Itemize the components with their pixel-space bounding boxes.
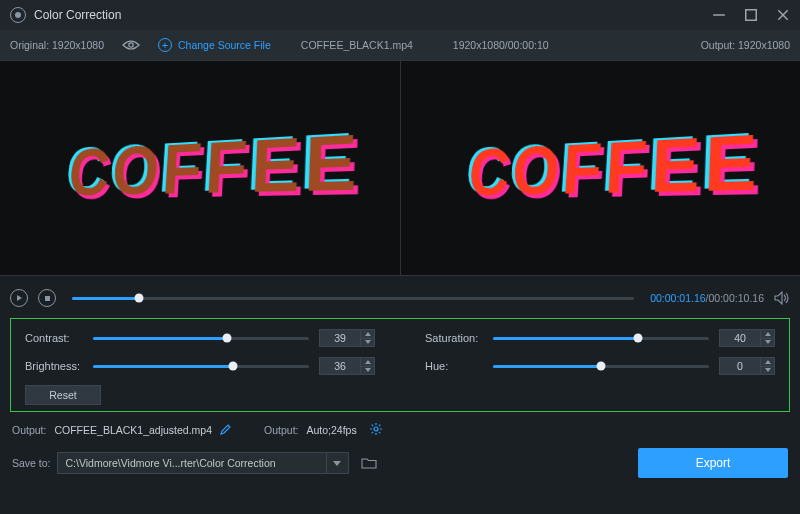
original-dimensions: Original: 1920x1080 <box>10 39 104 51</box>
hue-value-field[interactable] <box>719 357 761 375</box>
preview-eye-icon[interactable] <box>122 39 140 51</box>
slider-thumb[interactable] <box>222 334 231 343</box>
hue-slider[interactable] <box>493 365 709 368</box>
saturation-slider[interactable] <box>493 337 709 340</box>
brightness-value-field[interactable] <box>319 357 361 375</box>
color-controls-panel: Contrast: Saturation: Brightness: <box>10 318 790 412</box>
preview-original: COFFEE COFFEE COFFEE <box>0 61 400 275</box>
hue-step-up[interactable] <box>761 357 775 366</box>
infobar: Original: 1920x1080 + Change Source File… <box>0 30 800 60</box>
output-dimensions: Output: 1920x1080 <box>701 39 790 51</box>
hue-label: Hue: <box>425 360 483 372</box>
app-logo-icon <box>10 7 26 23</box>
slider-thumb[interactable] <box>633 334 642 343</box>
seek-fill <box>72 297 139 300</box>
output-filename: COFFEE_BLACK1_adjusted.mp4 <box>54 424 212 436</box>
stop-button[interactable] <box>38 289 56 307</box>
source-filename: COFFEE_BLACK1.mp4 <box>301 39 413 51</box>
seek-slider[interactable] <box>72 297 634 300</box>
play-icon <box>17 295 22 301</box>
contrast-step-up[interactable] <box>361 329 375 338</box>
save-path-text: C:\Vidmore\Vidmore Vi...rter\Color Corre… <box>66 457 276 469</box>
brightness-step-down[interactable] <box>361 366 375 376</box>
output-label-2: Output: <box>264 424 298 436</box>
save-row: Save to: C:\Vidmore\Vidmore Vi...rter\Co… <box>12 448 788 478</box>
svg-point-5 <box>374 427 378 431</box>
saturation-input[interactable] <box>719 329 775 347</box>
brightness-input[interactable] <box>319 357 375 375</box>
hue-step-down[interactable] <box>761 366 775 376</box>
edit-filename-icon[interactable] <box>220 423 232 437</box>
volume-icon[interactable] <box>774 291 790 305</box>
slider-fill <box>93 337 227 340</box>
time-display: 00:00:01.16/00:00:10.16 <box>650 292 764 304</box>
save-to-label: Save to: <box>12 457 51 469</box>
time-total: /00:00:10.16 <box>706 292 764 304</box>
minimize-button[interactable] <box>712 8 726 22</box>
change-source-button[interactable]: + Change Source File <box>158 38 271 52</box>
open-folder-button[interactable] <box>355 452 383 474</box>
contrast-step-down[interactable] <box>361 338 375 348</box>
playbar: 00:00:01.16/00:00:10.16 <box>0 284 800 312</box>
output-settings-gear-icon[interactable] <box>369 422 383 438</box>
output-label-1: Output: <box>12 424 46 436</box>
slider-thumb[interactable] <box>229 362 238 371</box>
saturation-label: Saturation: <box>425 332 483 344</box>
stop-icon <box>45 296 50 301</box>
output-settings-text: Auto;24fps <box>306 424 356 436</box>
slider-fill <box>93 365 233 368</box>
window-title: Color Correction <box>34 8 121 22</box>
reset-button[interactable]: Reset <box>25 385 101 405</box>
time-current: 00:00:01.16 <box>650 292 705 304</box>
save-path-field[interactable]: C:\Vidmore\Vidmore Vi...rter\Color Corre… <box>57 452 327 474</box>
contrast-label: Contrast: <box>25 332 83 344</box>
svg-point-4 <box>129 43 133 47</box>
preview-area: COFFEE COFFEE COFFEE COFFEE COFFEE COFFE… <box>0 60 800 276</box>
contrast-control: Contrast: <box>25 329 375 347</box>
export-button[interactable]: Export <box>638 448 788 478</box>
saturation-step-up[interactable] <box>761 329 775 338</box>
contrast-slider[interactable] <box>93 337 309 340</box>
slider-fill <box>493 365 601 368</box>
source-dimensions-time: 1920x1080/00:00:10 <box>453 39 549 51</box>
output-row: Output: COFFEE_BLACK1_adjusted.mp4 Outpu… <box>12 422 788 438</box>
saturation-step-down[interactable] <box>761 338 775 348</box>
brightness-label: Brightness: <box>25 360 83 372</box>
plus-icon: + <box>158 38 172 52</box>
brightness-control: Brightness: <box>25 357 375 375</box>
play-button[interactable] <box>10 289 28 307</box>
close-button[interactable] <box>776 8 790 22</box>
seek-thumb[interactable] <box>135 294 144 303</box>
brightness-slider[interactable] <box>93 365 309 368</box>
hue-control: Hue: <box>425 357 775 375</box>
titlebar: Color Correction <box>0 0 800 30</box>
slider-fill <box>493 337 638 340</box>
preview-adjusted: COFFEE COFFEE COFFEE <box>400 61 801 275</box>
saturation-control: Saturation: <box>425 329 775 347</box>
save-path-dropdown[interactable] <box>327 452 349 474</box>
saturation-value-field[interactable] <box>719 329 761 347</box>
maximize-button[interactable] <box>744 8 758 22</box>
contrast-value-field[interactable] <box>319 329 361 347</box>
svg-rect-1 <box>746 10 757 21</box>
change-source-label: Change Source File <box>178 39 271 51</box>
hue-input[interactable] <box>719 357 775 375</box>
slider-thumb[interactable] <box>597 362 606 371</box>
contrast-input[interactable] <box>319 329 375 347</box>
brightness-step-up[interactable] <box>361 357 375 366</box>
